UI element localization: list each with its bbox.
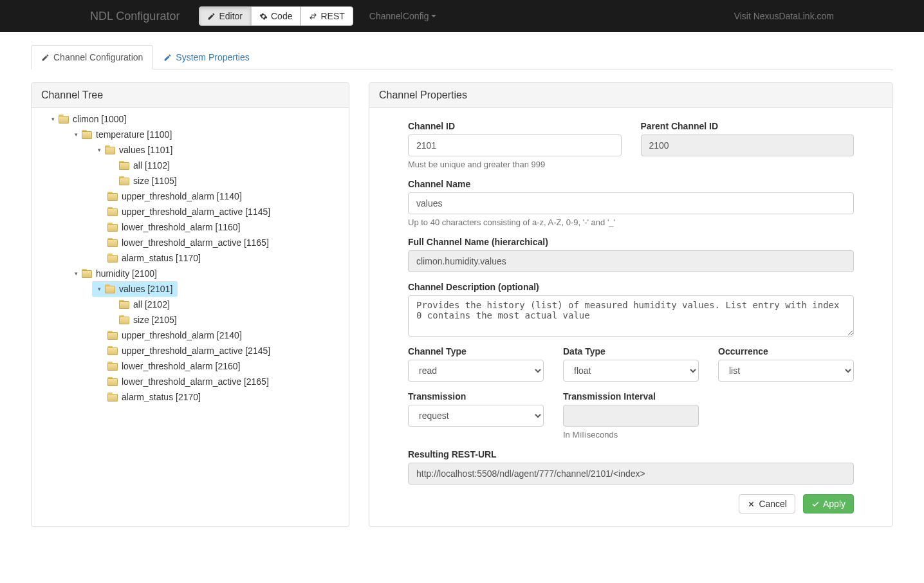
rest-button[interactable]: REST	[300, 6, 353, 26]
tree-node[interactable]: lower_threshold_alarm [1160]	[34, 219, 346, 235]
folder-icon	[107, 362, 118, 371]
name-input[interactable]	[408, 192, 854, 214]
type-label: Channel Type	[408, 346, 544, 356]
check-icon	[811, 500, 820, 508]
parent-id-input	[641, 134, 855, 156]
channel-id-input[interactable]	[408, 134, 622, 156]
tree-node[interactable]: upper_threshold_alarm_active [1145]	[34, 204, 346, 219]
occurrence-select[interactable]: list	[718, 360, 854, 382]
tab-channel-config[interactable]: Channel Configuration	[31, 45, 153, 69]
interval-label: Transmission Interval	[563, 391, 699, 402]
folder-icon	[119, 315, 129, 324]
channel-id-label: Channel ID	[408, 121, 622, 131]
tree-node[interactable]: lower_threshold_alarm [2160]	[34, 358, 346, 374]
folder-icon	[105, 145, 115, 154]
collapse-icon[interactable]: ▾	[95, 145, 104, 154]
collapse-icon[interactable]: ▾	[48, 115, 57, 124]
datatype-select[interactable]: float	[563, 360, 699, 382]
full-name-input	[408, 250, 854, 272]
props-title: Channel Properties	[369, 83, 892, 108]
folder-icon	[119, 161, 129, 170]
tree-node-climon[interactable]: ▾ climon [1000]	[34, 111, 346, 127]
name-label: Channel Name	[408, 179, 854, 189]
tree-node[interactable]: upper_threshold_alarm [1140]	[34, 189, 346, 204]
code-button[interactable]: Code	[251, 6, 300, 26]
tree-node[interactable]: lower_threshold_alarm_active [2165]	[34, 374, 346, 389]
datatype-label: Data Type	[563, 346, 699, 356]
folder-icon	[107, 254, 118, 263]
transmission-select[interactable]: request	[408, 405, 544, 427]
folder-icon	[119, 300, 129, 309]
apply-button[interactable]: Apply	[803, 494, 854, 514]
url-label: Resulting REST-URL	[408, 449, 854, 459]
close-icon	[747, 500, 755, 508]
full-name-label: Full Channel Name (hierarchical)	[408, 237, 854, 247]
name-help: Up to 40 characters consisting of a-z, A…	[408, 217, 854, 227]
folder-icon	[107, 238, 118, 247]
tree-node-temperature[interactable]: ▾ temperature [1100]	[34, 127, 346, 142]
view-toggle: Editor Code REST	[199, 6, 353, 26]
folder-icon	[107, 393, 118, 402]
tree-node-humidity[interactable]: ▾ humidity [2100]	[34, 266, 346, 281]
edit-icon	[207, 12, 216, 21]
url-input	[408, 463, 854, 485]
editor-button[interactable]: Editor	[199, 6, 251, 26]
navbar: NDL Configurator Editor Code REST Channe…	[0, 0, 924, 32]
folder-icon	[119, 176, 129, 185]
tree-node[interactable]: all [2102]	[34, 297, 346, 312]
transfer-icon	[309, 12, 317, 21]
desc-input[interactable]	[408, 295, 854, 337]
folder-icon	[107, 223, 118, 232]
folder-icon	[107, 207, 118, 216]
folder-icon	[107, 331, 118, 340]
edit-icon	[163, 53, 172, 62]
tree-node[interactable]: upper_threshold_alarm [2140]	[34, 328, 346, 343]
brand: NDL Configurator	[90, 10, 180, 23]
folder-icon	[105, 284, 115, 293]
folder-icon	[107, 192, 118, 201]
occurrence-label: Occurrence	[718, 346, 854, 356]
edit-icon	[41, 53, 50, 62]
tree-node[interactable]: size [2105]	[34, 312, 346, 328]
tree-node[interactable]: alarm_status [2170]	[34, 389, 346, 405]
folder-icon	[107, 346, 118, 355]
tree-node[interactable]: lower_threshold_alarm_active [1165]	[34, 235, 346, 250]
desc-label: Channel Description (optional)	[408, 282, 854, 292]
folder-icon	[107, 377, 118, 386]
tabs: Channel Configuration System Properties	[31, 45, 893, 69]
channel-id-help: Must be unique and greater than 999	[408, 160, 622, 169]
collapse-icon[interactable]: ▾	[95, 284, 104, 293]
cancel-button[interactable]: Cancel	[739, 494, 795, 514]
interval-help: In Milliseconds	[563, 430, 699, 440]
folder-icon	[82, 130, 92, 139]
tree-node-selected[interactable]: ▾ values [2101]	[92, 281, 178, 297]
tree-scroll[interactable]: ▾ climon [1000] ▾ temperature [1100]	[34, 111, 346, 484]
folder-icon	[82, 269, 92, 278]
tree-node[interactable]: size [1105]	[34, 173, 346, 189]
interval-input	[563, 405, 699, 427]
tab-system-props[interactable]: System Properties	[153, 45, 259, 69]
transmission-label: Transmission	[408, 391, 544, 402]
tree-node[interactable]: alarm_status [1170]	[34, 250, 346, 266]
tree-node[interactable]: ▾ values [1101]	[34, 142, 346, 158]
config-dropdown[interactable]: ChannelConfig	[369, 11, 437, 21]
folder-icon	[59, 115, 69, 124]
tree-title: Channel Tree	[32, 83, 349, 108]
tree-node[interactable]: all [1102]	[34, 158, 346, 173]
parent-id-label: Parent Channel ID	[641, 121, 855, 131]
visit-link[interactable]: Visit NexusDataLink.com	[734, 11, 834, 21]
gear-icon	[259, 12, 268, 21]
type-select[interactable]: read	[408, 360, 544, 382]
channel-properties-panel: Channel Properties Channel ID Must be un…	[369, 82, 893, 527]
channel-tree-panel: Channel Tree ▾ climon [1000]	[31, 82, 349, 527]
collapse-icon[interactable]: ▾	[71, 269, 80, 278]
tree-node[interactable]: upper_threshold_alarm_active [2145]	[34, 343, 346, 358]
collapse-icon[interactable]: ▾	[71, 130, 80, 139]
caret-down-icon	[431, 15, 436, 17]
